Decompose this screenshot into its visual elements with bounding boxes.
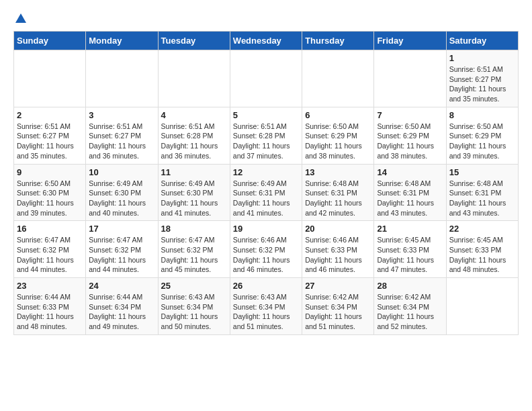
day-info: Sunrise: 6:50 AM Sunset: 6:30 PM Dayligh…: [17, 179, 83, 218]
day-number: 1: [449, 53, 515, 63]
calendar-cell-w0d2: [158, 50, 230, 107]
calendar-cell-w4d1: 24Sunrise: 6:44 AM Sunset: 6:34 PM Dayli…: [86, 278, 158, 335]
calendar-cell-w3d0: 16Sunrise: 6:47 AM Sunset: 6:32 PM Dayli…: [14, 221, 86, 278]
calendar-cell-w3d5: 21Sunrise: 6:45 AM Sunset: 6:33 PM Dayli…: [374, 221, 446, 278]
day-of-week-monday: Monday: [86, 32, 158, 50]
day-info: Sunrise: 6:49 AM Sunset: 6:30 PM Dayligh…: [161, 179, 227, 218]
calendar-cell-w2d5: 14Sunrise: 6:48 AM Sunset: 6:31 PM Dayli…: [374, 164, 446, 221]
day-number: 18: [161, 224, 227, 234]
day-info: Sunrise: 6:43 AM Sunset: 6:34 PM Dayligh…: [161, 292, 227, 332]
calendar-cell-w4d5: 28Sunrise: 6:42 AM Sunset: 6:34 PM Dayli…: [374, 278, 446, 335]
day-number: 12: [233, 167, 299, 177]
logo-triangle-icon: [15, 12, 27, 24]
calendar-cell-w0d6: 1Sunrise: 6:51 AM Sunset: 6:27 PM Daylig…: [446, 50, 518, 107]
day-info: Sunrise: 6:51 AM Sunset: 6:28 PM Dayligh…: [161, 122, 227, 161]
day-number: 4: [161, 110, 227, 120]
day-number: 9: [17, 167, 83, 177]
calendar-cell-w0d3: [230, 50, 302, 107]
calendar-cell-w3d2: 18Sunrise: 6:47 AM Sunset: 6:32 PM Dayli…: [158, 221, 230, 278]
day-number: 15: [449, 167, 515, 177]
day-of-week-sunday: Sunday: [14, 32, 86, 50]
calendar-cell-w2d3: 12Sunrise: 6:49 AM Sunset: 6:31 PM Dayli…: [230, 164, 302, 221]
day-info: Sunrise: 6:42 AM Sunset: 6:34 PM Dayligh…: [377, 292, 443, 332]
calendar-cell-w4d0: 23Sunrise: 6:44 AM Sunset: 6:33 PM Dayli…: [14, 278, 86, 335]
day-number: 27: [305, 281, 371, 291]
calendar-cell-w2d2: 11Sunrise: 6:49 AM Sunset: 6:30 PM Dayli…: [158, 164, 230, 221]
calendar-cell-w1d0: 2Sunrise: 6:51 AM Sunset: 6:27 PM Daylig…: [14, 107, 86, 164]
calendar-cell-w1d3: 5Sunrise: 6:51 AM Sunset: 6:28 PM Daylig…: [230, 107, 302, 164]
day-number: 22: [449, 224, 515, 234]
day-number: 16: [17, 224, 83, 234]
day-number: 20: [305, 224, 371, 234]
calendar-cell-w2d4: 13Sunrise: 6:48 AM Sunset: 6:31 PM Dayli…: [302, 164, 374, 221]
day-info: Sunrise: 6:42 AM Sunset: 6:34 PM Dayligh…: [305, 292, 371, 332]
calendar-cell-w0d5: [374, 50, 446, 107]
day-info: Sunrise: 6:44 AM Sunset: 6:33 PM Dayligh…: [17, 292, 83, 332]
day-number: 8: [449, 110, 515, 120]
day-info: Sunrise: 6:47 AM Sunset: 6:32 PM Dayligh…: [89, 235, 154, 275]
day-number: 2: [17, 110, 83, 120]
calendar-table: SundayMondayTuesdayWednesdayThursdayFrid…: [13, 31, 519, 335]
day-info: Sunrise: 6:49 AM Sunset: 6:30 PM Dayligh…: [89, 179, 154, 218]
calendar-cell-w0d4: [302, 50, 374, 107]
svg-marker-0: [15, 13, 26, 23]
day-number: 3: [89, 110, 154, 120]
day-number: 11: [161, 167, 227, 177]
calendar-cell-w3d1: 17Sunrise: 6:47 AM Sunset: 6:32 PM Dayli…: [86, 221, 158, 278]
calendar-cell-w3d4: 20Sunrise: 6:46 AM Sunset: 6:33 PM Dayli…: [302, 221, 374, 278]
day-of-week-saturday: Saturday: [446, 32, 518, 50]
day-info: Sunrise: 6:50 AM Sunset: 6:29 PM Dayligh…: [305, 122, 371, 161]
day-info: Sunrise: 6:51 AM Sunset: 6:27 PM Dayligh…: [89, 122, 154, 161]
calendar-cell-w2d1: 10Sunrise: 6:49 AM Sunset: 6:30 PM Dayli…: [86, 164, 158, 221]
day-info: Sunrise: 6:47 AM Sunset: 6:32 PM Dayligh…: [161, 235, 227, 275]
calendar-cell-w3d6: 22Sunrise: 6:45 AM Sunset: 6:33 PM Dayli…: [446, 221, 518, 278]
day-number: 19: [233, 224, 299, 234]
day-of-week-wednesday: Wednesday: [230, 32, 302, 50]
day-info: Sunrise: 6:48 AM Sunset: 6:31 PM Dayligh…: [377, 179, 443, 218]
calendar-cell-w4d4: 27Sunrise: 6:42 AM Sunset: 6:34 PM Dayli…: [302, 278, 374, 335]
day-info: Sunrise: 6:50 AM Sunset: 6:29 PM Dayligh…: [449, 122, 515, 161]
day-info: Sunrise: 6:46 AM Sunset: 6:33 PM Dayligh…: [305, 235, 371, 275]
calendar-cell-w3d3: 19Sunrise: 6:46 AM Sunset: 6:32 PM Dayli…: [230, 221, 302, 278]
day-info: Sunrise: 6:51 AM Sunset: 6:28 PM Dayligh…: [233, 122, 299, 161]
day-of-week-thursday: Thursday: [302, 32, 374, 50]
day-info: Sunrise: 6:51 AM Sunset: 6:27 PM Dayligh…: [449, 64, 515, 104]
day-number: 7: [377, 110, 443, 120]
calendar-cell-w4d3: 26Sunrise: 6:43 AM Sunset: 6:34 PM Dayli…: [230, 278, 302, 335]
day-number: 10: [89, 167, 154, 177]
day-number: 21: [377, 224, 443, 234]
day-of-week-friday: Friday: [374, 32, 446, 50]
day-info: Sunrise: 6:44 AM Sunset: 6:34 PM Dayligh…: [89, 292, 154, 332]
day-info: Sunrise: 6:50 AM Sunset: 6:29 PM Dayligh…: [377, 122, 443, 161]
day-info: Sunrise: 6:45 AM Sunset: 6:33 PM Dayligh…: [449, 235, 515, 275]
day-info: Sunrise: 6:47 AM Sunset: 6:32 PM Dayligh…: [17, 235, 83, 275]
day-number: 14: [377, 167, 443, 177]
calendar-cell-w0d0: [14, 50, 86, 107]
day-info: Sunrise: 6:46 AM Sunset: 6:32 PM Dayligh…: [233, 235, 299, 275]
day-number: 17: [89, 224, 154, 234]
calendar-cell-w4d6: [446, 278, 518, 335]
calendar-cell-w0d1: [86, 50, 158, 107]
calendar-cell-w4d2: 25Sunrise: 6:43 AM Sunset: 6:34 PM Dayli…: [158, 278, 230, 335]
calendar-cell-w1d6: 8Sunrise: 6:50 AM Sunset: 6:29 PM Daylig…: [446, 107, 518, 164]
day-info: Sunrise: 6:48 AM Sunset: 6:31 PM Dayligh…: [449, 179, 515, 218]
day-number: 5: [233, 110, 299, 120]
page-header: [13, 13, 519, 24]
calendar-cell-w1d4: 6Sunrise: 6:50 AM Sunset: 6:29 PM Daylig…: [302, 107, 374, 164]
day-info: Sunrise: 6:45 AM Sunset: 6:33 PM Dayligh…: [377, 235, 443, 275]
day-number: 23: [17, 281, 83, 291]
calendar-cell-w1d5: 7Sunrise: 6:50 AM Sunset: 6:29 PM Daylig…: [374, 107, 446, 164]
logo: [13, 13, 27, 24]
day-of-week-tuesday: Tuesday: [158, 32, 230, 50]
day-number: 25: [161, 281, 227, 291]
day-info: Sunrise: 6:51 AM Sunset: 6:27 PM Dayligh…: [17, 122, 83, 161]
day-info: Sunrise: 6:48 AM Sunset: 6:31 PM Dayligh…: [305, 179, 371, 218]
day-number: 13: [305, 167, 371, 177]
day-number: 28: [377, 281, 443, 291]
calendar-cell-w1d1: 3Sunrise: 6:51 AM Sunset: 6:27 PM Daylig…: [86, 107, 158, 164]
calendar-cell-w2d6: 15Sunrise: 6:48 AM Sunset: 6:31 PM Dayli…: [446, 164, 518, 221]
calendar-cell-w1d2: 4Sunrise: 6:51 AM Sunset: 6:28 PM Daylig…: [158, 107, 230, 164]
day-info: Sunrise: 6:43 AM Sunset: 6:34 PM Dayligh…: [233, 292, 299, 332]
day-number: 24: [89, 281, 154, 291]
day-number: 6: [305, 110, 371, 120]
